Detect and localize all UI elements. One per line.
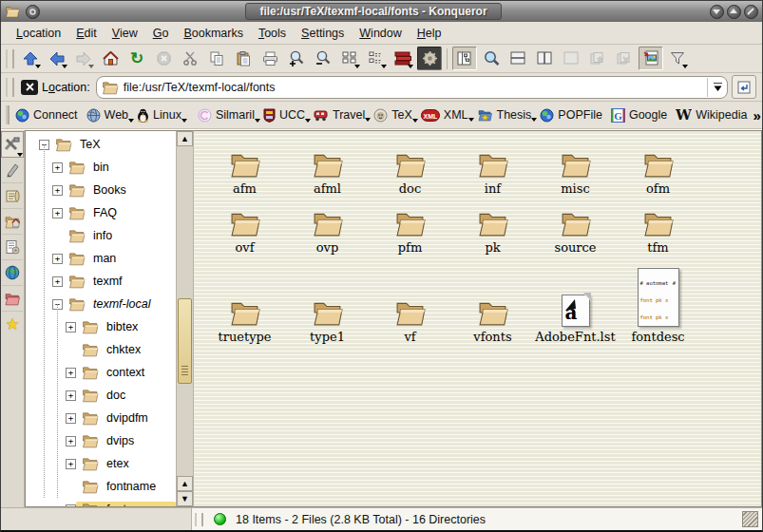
tree-item[interactable]: +fontname (26, 475, 176, 498)
location-value[interactable]: file:/usr/TeX/texmf-local/fonts (124, 81, 276, 94)
scroll-up-button-2[interactable]: ▲ (177, 476, 193, 491)
file-item[interactable]: afm (203, 137, 286, 196)
tree-item[interactable]: +etex (26, 452, 176, 475)
bookmark-ucc[interactable]: UCC (260, 106, 311, 124)
sidebar-services-button[interactable] (2, 235, 23, 260)
file-item[interactable]: ovf (203, 196, 286, 255)
file-item[interactable]: ofm (617, 137, 699, 196)
file-item[interactable]: inf (451, 137, 534, 196)
location-dropdown-button[interactable] (707, 78, 727, 97)
back-button[interactable] (45, 47, 69, 70)
scroll-up-button[interactable]: ▲ (177, 131, 193, 146)
bookmark-overflow-chevron[interactable]: » (753, 107, 763, 124)
split-view-horizontal-button[interactable] (505, 47, 530, 70)
file-item[interactable]: tfm (617, 196, 699, 255)
location-input[interactable]: file:/usr/TeX/texmf-local/fonts (96, 76, 728, 99)
file-item[interactable]: doc (369, 137, 451, 196)
file-item[interactable]: ovp (286, 196, 369, 255)
clear-location-button[interactable] (21, 80, 38, 95)
toolbar-grip[interactable] (6, 49, 14, 68)
tree-item[interactable]: −TeX (26, 133, 176, 156)
tree-item-selected[interactable]: +fonts (26, 498, 176, 506)
menu-settings[interactable]: Settings (294, 25, 352, 42)
file-item[interactable]: misc (534, 137, 617, 196)
bookmark-popfile[interactable]: POPFile (537, 106, 608, 124)
bookmark-web[interactable]: Web (84, 106, 134, 124)
copy-button[interactable] (204, 47, 229, 70)
show-tree-sidebar-button[interactable] (452, 47, 477, 70)
bookmark-connect[interactable]: Connect (12, 106, 84, 124)
configure-sidebar-button[interactable] (1, 131, 24, 158)
tree-item[interactable]: +info (26, 224, 176, 247)
tree-item[interactable]: +Books (26, 179, 176, 201)
scrollbar-thumb[interactable] (178, 298, 192, 384)
sidebar-root-folder-button[interactable] (2, 286, 23, 312)
menu-view[interactable]: View (105, 25, 145, 42)
bookmark-linux[interactable]: Linux (134, 106, 187, 124)
bookmark-travel[interactable]: Travel (311, 106, 371, 124)
window-resize-grip[interactable] (742, 511, 758, 527)
sticky-button[interactable] (26, 5, 40, 19)
file-icon-view[interactable]: afm afml doc inf misc ofm ovf ovp pfm pk… (194, 130, 762, 507)
tree-item[interactable]: +FAQ (26, 201, 176, 224)
minimize-button[interactable] (710, 5, 724, 19)
maximize-button[interactable] (727, 5, 741, 19)
close-button[interactable] (744, 5, 758, 19)
tree-item[interactable]: +dvipdfm (26, 407, 176, 429)
tree-item[interactable]: +texmf (26, 270, 176, 293)
sidebar-bookmarks-button[interactable]: ★ (2, 312, 23, 336)
bookmark-bricks-button[interactable] (391, 47, 415, 70)
tree-item[interactable]: +context (26, 361, 176, 384)
zoom-in-button[interactable] (284, 47, 309, 70)
scroll-down-button[interactable]: ▼ (177, 491, 193, 506)
bookmark-google[interactable]: GGoogle (608, 106, 673, 124)
image-preview-button[interactable] (639, 47, 663, 70)
menu-help[interactable]: Help (410, 25, 449, 42)
title-bar[interactable]: file:/usr/TeX/texmf-local/fonts - Konque… (1, 1, 762, 22)
bookmark-thesis[interactable]: Thesis (474, 106, 538, 124)
sidebar-home-folder-button[interactable] (2, 209, 23, 235)
menu-tools[interactable]: Tools (251, 25, 294, 42)
sidebar-pen-button[interactable] (2, 158, 23, 183)
zoom-out-button[interactable] (311, 47, 335, 70)
tree-item[interactable]: −texmf-local (26, 293, 176, 315)
sidebar-history-button[interactable] (2, 183, 23, 209)
file-item[interactable]: source (534, 196, 617, 255)
gear-button[interactable] (417, 47, 442, 70)
bookmark-xml[interactable]: XMLXML (418, 106, 474, 124)
sidebar-network-button[interactable] (2, 260, 23, 286)
menu-bookmarks[interactable]: Bookmarks (176, 25, 251, 42)
tree-item[interactable]: +dvips (26, 429, 176, 452)
go-button[interactable] (732, 75, 756, 99)
home-button[interactable] (98, 47, 123, 70)
paste-button[interactable] (231, 47, 256, 70)
toolbar-grip[interactable] (6, 105, 10, 124)
statusbar-grip[interactable] (195, 513, 203, 526)
icon-view-button[interactable] (337, 47, 362, 70)
bookmark-silmaril[interactable]: Silmaril (195, 106, 260, 124)
print-button[interactable] (258, 47, 282, 70)
split-view-vertical-button[interactable] (532, 47, 557, 70)
file-item[interactable]: type1 (286, 255, 369, 344)
file-item[interactable]: pfm (369, 196, 451, 255)
tree-item[interactable]: +bin (26, 156, 176, 179)
tree-item[interactable]: +man (26, 247, 176, 270)
menu-go[interactable]: Go (145, 25, 177, 42)
file-item[interactable]: vf (369, 255, 451, 344)
up-button[interactable] (18, 47, 43, 70)
tree-item[interactable]: +doc (26, 384, 176, 407)
reload-button[interactable]: ↻ (124, 47, 149, 70)
multicolumn-view-button[interactable] (364, 47, 389, 70)
menu-location[interactable]: Location (9, 25, 68, 42)
toolbar-grip[interactable] (6, 78, 14, 97)
file-item[interactable]: truetype (203, 255, 286, 344)
cut-button[interactable] (178, 47, 202, 70)
file-item[interactable]: pk (451, 196, 534, 255)
file-item[interactable]: a AdobeFnt.lst (534, 255, 617, 344)
bookmark-wikipedia[interactable]: WWikipedia (673, 106, 753, 124)
scrollbar-track[interactable] (177, 146, 193, 476)
file-item[interactable]: vfonts (451, 255, 534, 344)
filter-button[interactable] (665, 47, 690, 70)
menu-window[interactable]: Window (352, 25, 409, 42)
tree-item[interactable]: +bibtex (26, 315, 176, 338)
